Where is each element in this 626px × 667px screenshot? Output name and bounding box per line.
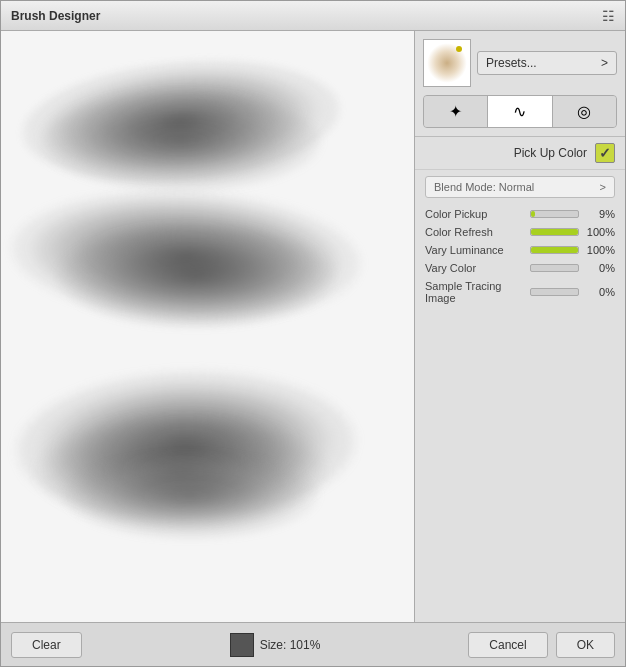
content-area: Presets... > ✦ ∿ ◎ — [1, 31, 625, 622]
color-pickup-label: Color Pickup — [425, 208, 530, 220]
vary-luminance-label: Vary Luminance — [425, 244, 530, 256]
sample-tracing-slider-container — [530, 288, 579, 296]
check-symbol: ✓ — [599, 145, 611, 161]
color-refresh-label: Color Refresh — [425, 226, 530, 238]
blend-mode-row: Blend Mode: Normal > — [425, 176, 615, 198]
brush-stroke-7 — [61, 451, 321, 541]
presets-label: Presets... — [486, 56, 537, 70]
color-refresh-slider-container — [530, 228, 579, 236]
vary-color-label: Vary Color — [425, 262, 530, 274]
pick-up-color-checkbox[interactable]: ✓ — [595, 143, 615, 163]
right-buttons: Cancel OK — [468, 632, 615, 658]
slider-row-color-pickup: Color Pickup 9% — [425, 208, 615, 220]
presets-button[interactable]: Presets... > — [477, 51, 617, 75]
sample-tracing-track[interactable] — [530, 288, 579, 296]
brush-preview — [1, 31, 414, 622]
color-pickup-value: 9% — [579, 208, 615, 220]
vary-color-value: 0% — [579, 262, 615, 274]
slider-row-sample-tracing: Sample Tracing Image 0% — [425, 280, 615, 304]
sample-tracing-value: 0% — [579, 286, 615, 298]
presets-row: Presets... > — [423, 39, 617, 87]
sample-tracing-label: Sample Tracing Image — [425, 280, 530, 304]
vary-color-slider-container — [530, 264, 579, 272]
ok-button[interactable]: OK — [556, 632, 615, 658]
vary-luminance-value: 100% — [579, 244, 615, 256]
vary-color-track[interactable] — [530, 264, 579, 272]
sliders-section: Color Pickup 9% Color Refresh — [415, 204, 625, 314]
color-pickup-track[interactable] — [530, 210, 579, 218]
brush-stroke-4 — [51, 221, 341, 331]
circle-icon: ◎ — [577, 102, 591, 121]
color-swatch[interactable] — [230, 633, 254, 657]
pick-up-color-label: Pick Up Color — [514, 146, 587, 160]
tabs-row: ✦ ∿ ◎ — [423, 95, 617, 128]
presets-chevron: > — [601, 56, 608, 70]
blend-mode-button[interactable]: Blend Mode: Normal > — [425, 176, 615, 198]
color-refresh-fill — [531, 229, 578, 235]
bottom-bar: Clear Size: 101% Cancel OK — [1, 622, 625, 666]
color-pickup-slider-container — [530, 210, 579, 218]
tab-circle[interactable]: ◎ — [553, 96, 616, 127]
size-label: Size: 101% — [260, 638, 321, 652]
tab-dots[interactable]: ✦ — [424, 96, 488, 127]
blend-mode-chevron: > — [600, 181, 606, 193]
brush-stroke-2 — [41, 91, 321, 191]
brush-designer-window: Brush Designer ☷ — [0, 0, 626, 667]
clear-button[interactable]: Clear — [11, 632, 82, 658]
slider-row-vary-luminance: Vary Luminance 100% — [425, 244, 615, 256]
dots-icon: ✦ — [449, 102, 462, 121]
pick-up-color-row: Pick Up Color ✓ — [415, 137, 625, 170]
blend-mode-label: Blend Mode: Normal — [434, 181, 534, 193]
panel-top: Presets... > ✦ ∿ ◎ — [415, 31, 625, 137]
right-panel: Presets... > ✦ ∿ ◎ — [415, 31, 625, 622]
brush-thumbnail — [423, 39, 471, 87]
window-title: Brush Designer — [11, 9, 100, 23]
tab-wave[interactable]: ∿ — [488, 96, 552, 127]
brush-dot — [456, 46, 462, 52]
window-menu-icon[interactable]: ☷ — [602, 8, 615, 24]
color-pickup-fill — [531, 211, 535, 217]
title-bar: Brush Designer ☷ — [1, 1, 625, 31]
slider-row-vary-color: Vary Color 0% — [425, 262, 615, 274]
color-refresh-value: 100% — [579, 226, 615, 238]
vary-luminance-slider-container — [530, 246, 579, 254]
cancel-button[interactable]: Cancel — [468, 632, 547, 658]
canvas-area[interactable] — [1, 31, 415, 622]
wave-icon: ∿ — [513, 102, 526, 121]
size-row: Size: 101% — [90, 633, 461, 657]
color-refresh-track[interactable] — [530, 228, 579, 236]
slider-row-color-refresh: Color Refresh 100% — [425, 226, 615, 238]
vary-luminance-track[interactable] — [530, 246, 579, 254]
vary-luminance-fill — [531, 247, 578, 253]
